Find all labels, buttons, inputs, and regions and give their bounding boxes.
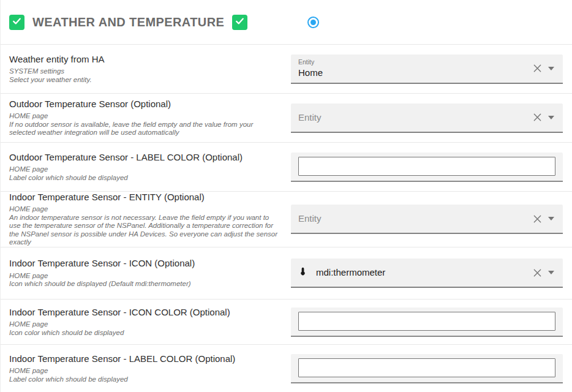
row-description: Label color which should be displayed: [9, 174, 280, 183]
settings-page: WEATHER AND TEMPERATURE Weather entity f…: [0, 0, 572, 392]
row-subtitle: HOME page: [9, 320, 280, 329]
section-header: WEATHER AND TEMPERATURE: [1, 0, 572, 44]
row-title: Outdoor Temperature Sensor (Optional): [9, 99, 280, 109]
indoor-icon-select[interactable]: mdi:thermometer: [291, 258, 563, 288]
settings-row-outdoor-label-color: Outdoor Temperature Sensor - LABEL COLOR…: [1, 142, 572, 191]
radio-selected-icon[interactable]: [307, 17, 319, 28]
weather-entity-select[interactable]: Entity Home: [291, 55, 563, 84]
indoor-icon-color-field: [291, 307, 563, 337]
section-checkbox-trailing[interactable]: [232, 15, 247, 30]
select-placeholder: Entity: [298, 213, 533, 224]
select-value: mdi:thermometer: [316, 267, 385, 277]
row-title: Weather entity from HA: [9, 54, 280, 64]
settings-row-indoor-entity: Indoor Temperature Sensor - ENTITY (Opti…: [1, 191, 572, 247]
checkmark-icon: [235, 16, 245, 29]
row-description: If no outdoor sensor is available, leave…: [9, 121, 280, 137]
outdoor-label-color-input[interactable]: [298, 157, 555, 176]
row-subtitle: HOME page: [9, 272, 280, 281]
row-description: Icon color which should be displayed: [9, 329, 280, 337]
row-description: Icon which should be displayed (Default …: [9, 280, 280, 288]
settings-row-weather-entity: Weather entity from HA SYSTEM settings S…: [1, 44, 572, 93]
row-title: Outdoor Temperature Sensor - LABEL COLOR…: [9, 152, 280, 162]
clear-icon[interactable]: [533, 268, 542, 277]
row-title: Indoor Temperature Sensor - ENTITY (Opti…: [9, 192, 280, 202]
row-subtitle: HOME page: [9, 367, 280, 375]
section-checkbox-leading[interactable]: [9, 15, 24, 30]
row-title: Indoor Temperature Sensor - ICON (Option…: [9, 258, 280, 268]
settings-row-outdoor-sensor: Outdoor Temperature Sensor (Optional) HO…: [1, 93, 572, 142]
row-title: Indoor Temperature Sensor - LABEL COLOR …: [9, 353, 280, 364]
dropdown-arrow-icon[interactable]: [548, 116, 554, 119]
dropdown-arrow-icon[interactable]: [548, 217, 554, 221]
settings-row-indoor-icon: Indoor Temperature Sensor - ICON (Option…: [1, 247, 572, 299]
row-description: Label color which should be displayed: [9, 375, 280, 384]
clear-icon[interactable]: [533, 214, 542, 224]
select-value: Home: [298, 67, 533, 78]
section-title: WEATHER AND TEMPERATURE: [32, 15, 224, 29]
row-description: An indoor temperature sensor is not nece…: [9, 214, 280, 247]
row-subtitle: HOME page: [9, 165, 280, 174]
row-description: Select your weather entity.: [9, 76, 280, 85]
indoor-entity-select[interactable]: Entity: [291, 205, 563, 234]
settings-row-indoor-icon-color: Indoor Temperature Sensor - ICON COLOR (…: [1, 299, 572, 344]
thermometer-icon: [298, 266, 307, 279]
row-subtitle: HOME page: [9, 205, 280, 214]
row-title: Indoor Temperature Sensor - ICON COLOR (…: [9, 307, 280, 317]
dropdown-arrow-icon[interactable]: [548, 67, 554, 70]
radio-dot: [310, 20, 316, 25]
dropdown-arrow-icon[interactable]: [548, 271, 554, 274]
select-label: Entity: [298, 59, 533, 66]
select-placeholder: Entity: [298, 112, 533, 123]
row-subtitle: HOME page: [9, 112, 280, 121]
indoor-label-color-input[interactable]: [298, 358, 555, 377]
indoor-label-color-field: [291, 354, 563, 383]
settings-row-indoor-label-color: Indoor Temperature Sensor - LABEL COLOR …: [1, 344, 572, 392]
indoor-icon-color-input[interactable]: [298, 312, 555, 331]
outdoor-entity-select[interactable]: Entity: [291, 104, 563, 133]
clear-icon[interactable]: [533, 64, 542, 73]
clear-icon[interactable]: [533, 113, 542, 122]
checkmark-icon: [12, 16, 22, 29]
outdoor-label-color-field: [291, 153, 563, 182]
row-subtitle: SYSTEM settings: [9, 67, 280, 76]
